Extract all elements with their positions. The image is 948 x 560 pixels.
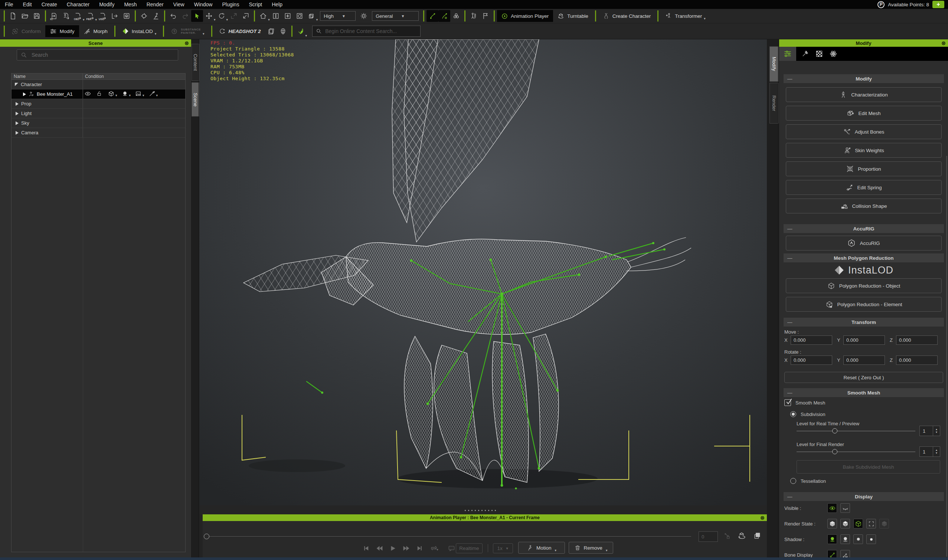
character-measure-button[interactable] bbox=[468, 10, 480, 22]
tab-pose-pin[interactable] bbox=[799, 47, 812, 61]
menu-create[interactable]: Create bbox=[37, 0, 62, 9]
modify-mode-button[interactable]: Modify bbox=[45, 25, 79, 37]
edit-mesh-button[interactable]: Edit Mesh bbox=[786, 106, 942, 121]
camera-pan-button[interactable] bbox=[282, 10, 294, 22]
move-x-input[interactable]: ▲▼ bbox=[791, 335, 832, 345]
menu-edit[interactable]: Edit bbox=[18, 0, 37, 9]
rotate-tool-button[interactable] bbox=[215, 10, 228, 22]
dock-tool-button[interactable] bbox=[240, 10, 252, 22]
last-frame-button[interactable] bbox=[414, 543, 425, 553]
reset-zero-out-button[interactable]: Reset ( Zero Out ) bbox=[784, 372, 943, 383]
conform-button[interactable]: Conform bbox=[7, 25, 45, 37]
mesh-dropdown-caret[interactable]: ▾ bbox=[115, 94, 117, 99]
menu-render[interactable]: Render bbox=[142, 0, 169, 9]
section-display-header[interactable]: —Display bbox=[783, 492, 944, 501]
wand-dropdown-caret[interactable]: ▾ bbox=[156, 94, 158, 99]
menu-character[interactable]: Character bbox=[62, 0, 94, 9]
drag-grip-icon[interactable] bbox=[463, 509, 498, 511]
scene-search-box[interactable]: Search bbox=[17, 49, 178, 60]
export-obj-button[interactable]: OBJ bbox=[72, 10, 84, 22]
timeline-thumb[interactable] bbox=[204, 534, 209, 539]
subdivision-radio[interactable] bbox=[790, 411, 796, 417]
menu-view[interactable]: View bbox=[169, 0, 189, 9]
tessellation-radio[interactable] bbox=[790, 478, 796, 484]
speed-dropdown[interactable]: 1x▼ bbox=[493, 543, 513, 553]
motion-pose-button[interactable] bbox=[150, 10, 162, 22]
shadow-on-button[interactable] bbox=[827, 534, 837, 544]
transformer-button[interactable]: Transformer ▾ bbox=[661, 10, 710, 22]
home-view-button[interactable] bbox=[257, 10, 269, 22]
visible-off-button[interactable] bbox=[840, 503, 850, 513]
new-project-button[interactable] bbox=[7, 10, 19, 22]
headshot-library-button[interactable] bbox=[265, 25, 277, 37]
section-accurig-header[interactable]: —AccuRIG bbox=[783, 224, 944, 233]
realtime-level-slider[interactable] bbox=[797, 428, 915, 434]
final-level-slider[interactable] bbox=[797, 449, 915, 454]
create-character-button[interactable]: Create Character bbox=[598, 10, 656, 22]
next-frame-button[interactable] bbox=[401, 543, 411, 553]
collapsed-arrow-icon[interactable] bbox=[15, 122, 18, 125]
plant-plugin-button[interactable] bbox=[295, 25, 306, 37]
scene-close-icon[interactable]: ⊗ bbox=[185, 40, 189, 46]
tab-modify-sliders[interactable] bbox=[779, 47, 796, 61]
timeline-track[interactable] bbox=[209, 536, 691, 537]
tab-scene[interactable]: Scene bbox=[192, 82, 199, 117]
substance-painter-button[interactable]: SUBSTANCEPAINTER. ▾ bbox=[166, 25, 209, 37]
morph-mode-button[interactable]: Morph bbox=[79, 25, 112, 37]
section-modify-header[interactable]: —Modify bbox=[783, 74, 944, 83]
camera-zoom-button[interactable] bbox=[270, 10, 282, 22]
motion-button[interactable]: Motion ▾ bbox=[518, 542, 565, 554]
tab-modify[interactable]: Modify bbox=[769, 46, 779, 82]
bone-lock-icon[interactable] bbox=[722, 531, 732, 541]
final-level-value[interactable]: 1 ▲▼ bbox=[919, 446, 940, 457]
expanded-arrow-icon[interactable] bbox=[15, 83, 18, 86]
collapsed-arrow-icon[interactable] bbox=[15, 112, 18, 115]
collapsed-arrow-icon[interactable] bbox=[15, 102, 18, 106]
column-condition[interactable]: Condition bbox=[83, 74, 185, 79]
collapsed-arrow-icon[interactable] bbox=[15, 131, 18, 135]
texture-dropdown-caret[interactable]: ▾ bbox=[143, 94, 145, 99]
quality-dropdown[interactable]: High▼ bbox=[320, 11, 356, 21]
shadow-receive-button[interactable] bbox=[840, 534, 850, 544]
material-sphere-icon[interactable] bbox=[122, 91, 128, 98]
bake-subdivided-mesh-button[interactable]: Bake Subdivided Mesh bbox=[797, 460, 940, 474]
rotate-x-input[interactable]: ▲▼ bbox=[791, 355, 832, 365]
online-content-search[interactable] bbox=[312, 26, 420, 37]
smooth-mesh-checkbox[interactable] bbox=[784, 399, 791, 406]
lighting-button[interactable] bbox=[358, 10, 370, 22]
tab-content[interactable]: Content bbox=[192, 44, 199, 81]
panel-scrollbar[interactable] bbox=[946, 156, 947, 557]
remove-button[interactable]: Remove ▾ bbox=[569, 542, 613, 554]
current-frame-box[interactable]: ▲▼ bbox=[699, 531, 718, 542]
first-frame-button[interactable] bbox=[361, 543, 371, 553]
render-wireframe-button[interactable] bbox=[853, 519, 863, 528]
proportion-button[interactable]: Proportion bbox=[786, 162, 942, 176]
redo-button[interactable] bbox=[179, 10, 191, 22]
material-dropdown-caret[interactable]: ▾ bbox=[129, 94, 131, 99]
polygon-reduction-element-button[interactable]: Polygon Reduction - Element bbox=[786, 297, 942, 312]
menu-help[interactable]: Help bbox=[267, 0, 287, 9]
texture-icon[interactable] bbox=[135, 91, 142, 98]
viewport-canvas[interactable] bbox=[199, 39, 767, 505]
flag-button[interactable] bbox=[480, 10, 491, 22]
add-points-button[interactable]: + bbox=[933, 1, 944, 8]
tab-material-checker[interactable] bbox=[813, 47, 826, 61]
sync-pose-button[interactable] bbox=[138, 10, 150, 22]
copy-layers-icon[interactable] bbox=[752, 531, 762, 540]
move-tool-button[interactable] bbox=[203, 10, 215, 22]
turntable-rotate-icon[interactable] bbox=[736, 531, 747, 540]
section-transform-header[interactable]: —Transform bbox=[783, 318, 944, 326]
tree-row-character[interactable]: Character bbox=[11, 80, 185, 89]
animation-player-button[interactable]: Animation Player bbox=[497, 10, 553, 22]
move-y-input[interactable]: ▲▼ bbox=[843, 335, 885, 345]
open-project-button[interactable] bbox=[19, 10, 31, 22]
tessellation-radio-row[interactable]: Tessellation bbox=[790, 478, 826, 484]
tab-render[interactable]: Render bbox=[769, 83, 779, 123]
tree-row-camera[interactable]: Camera bbox=[11, 128, 185, 138]
accurig-button[interactable]: AccuRIG bbox=[786, 235, 942, 251]
export-button[interactable] bbox=[109, 10, 121, 22]
realtime-level-value[interactable]: 1 ▲▼ bbox=[919, 426, 940, 436]
content-manager-button[interactable] bbox=[121, 10, 132, 22]
import-character-button[interactable] bbox=[60, 10, 72, 22]
undo-button[interactable] bbox=[168, 10, 179, 22]
